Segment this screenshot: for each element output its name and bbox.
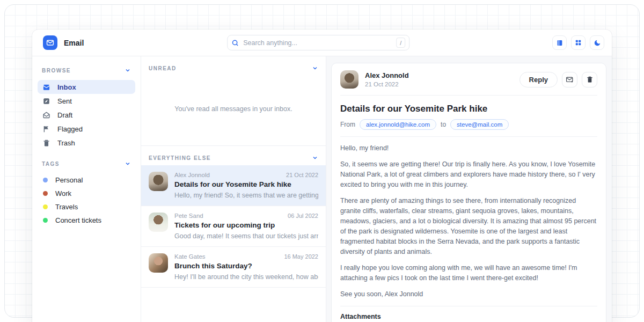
sidebar-item-label: Flagged: [57, 125, 83, 133]
to-email-pill[interactable]: steve@mail.com: [450, 119, 509, 130]
reader-sender-name: Alex Jonnold: [365, 71, 409, 79]
mail-list-item[interactable]: Pete Sand 06 Jul 2022 Tickets for our up…: [141, 206, 326, 247]
tags-section-header[interactable]: TAGS: [38, 158, 135, 169]
tag-item-personal[interactable]: Personal: [38, 173, 135, 187]
sidebar-item-label: Draft: [57, 111, 72, 119]
search-input[interactable]: Search anything... /: [227, 35, 409, 50]
tag-item-work[interactable]: Work: [38, 187, 135, 200]
forward-mail-button[interactable]: [562, 72, 577, 87]
tag-label: Personal: [55, 176, 83, 184]
mail-preview: Hello, my friend! So, it seems that we a…: [174, 192, 318, 199]
tag-item-concert-tickets[interactable]: Concert tickets: [38, 214, 135, 227]
mail-list-item[interactable]: Kate Gates 16 May 2022 Brunch this Satur…: [141, 247, 326, 288]
draft-icon: [42, 111, 50, 119]
divider: [340, 306, 597, 306]
attachments-label: Attachments: [340, 313, 597, 320]
message-list-column: UNREAD You've read all messages in your …: [141, 56, 326, 322]
divider: [340, 95, 597, 96]
tag-dot: [43, 178, 48, 182]
email-body: Hello, my friend! So, it seems we are ge…: [340, 143, 597, 299]
from-to-row: From alex.jonnold@hike.com to steve@mail…: [340, 119, 597, 130]
dark-mode-button[interactable]: [590, 35, 604, 50]
body-paragraph: So, it seems we are getting there! Our t…: [340, 159, 597, 190]
tag-label: Work: [55, 189, 71, 197]
tag-label: Concert tickets: [55, 216, 101, 224]
chevron-down-icon[interactable]: [312, 65, 318, 71]
inbox-icon: [42, 83, 50, 91]
email-app-window: Email Search anything... / BROWSE: [32, 30, 612, 322]
browse-label: BROWSE: [42, 68, 71, 74]
avatar: [149, 253, 168, 273]
reader-date: 21 Oct 2022: [365, 81, 409, 87]
mail-subject: Brunch this Saturday?: [174, 262, 318, 270]
mail-list-item[interactable]: Alex Jonnold 21 Oct 2022 Details for our…: [141, 165, 326, 206]
mail-sender: Pete Sand: [174, 213, 203, 219]
body-paragraph: I really hope you love coming along with…: [340, 263, 597, 283]
unread-label: UNREAD: [149, 65, 177, 71]
search-placeholder: Search anything...: [243, 39, 392, 47]
sidebar: BROWSE Inbox Sent Draft: [32, 56, 141, 322]
mail-date: 06 Jul 2022: [288, 213, 318, 219]
tag-dot: [43, 218, 48, 223]
chevron-down-icon[interactable]: [312, 155, 318, 161]
tags-label: TAGS: [42, 161, 60, 167]
sidebar-item-label: Inbox: [57, 83, 76, 91]
sidebar-item-label: Trash: [57, 139, 75, 147]
unread-section: UNREAD You've read all messages in your …: [141, 56, 326, 146]
reply-button[interactable]: Reply: [519, 72, 558, 87]
mail-subject: Tickets for our upcoming trip: [174, 221, 318, 229]
from-email-pill[interactable]: alex.jonnold@hike.com: [360, 119, 436, 130]
tag-label: Travels: [55, 203, 78, 211]
search-shortcut-badge: /: [396, 38, 405, 48]
delete-button[interactable]: [582, 72, 597, 87]
reading-pane-background: Alex Jonnold 21 Oct 2022 Reply De: [326, 56, 612, 322]
mail-preview: Good day, mate! It seems that our ticket…: [174, 232, 318, 240]
to-label: to: [441, 121, 446, 128]
from-label: From: [340, 121, 355, 128]
notebook-button[interactable]: [552, 35, 567, 50]
browse-section-header[interactable]: BROWSE: [38, 65, 135, 76]
browse-list: Inbox Sent Draft Flagged Trash: [38, 80, 135, 150]
trash-icon: [42, 139, 50, 147]
flag-icon: [42, 125, 50, 133]
sidebar-item-inbox[interactable]: Inbox: [38, 80, 135, 94]
app-title: Email: [64, 39, 84, 47]
apps-grid-button[interactable]: [571, 35, 586, 50]
sidebar-item-trash[interactable]: Trash: [38, 136, 135, 150]
mail-subject: Details for our Yosemite Park hike: [174, 180, 318, 188]
email-logo-icon: [43, 35, 57, 50]
search-icon: [231, 39, 239, 47]
tags-list: Personal Work Travels Concert tickets: [38, 173, 135, 227]
chevron-down-icon[interactable]: [125, 67, 131, 74]
header-buttons: [552, 35, 604, 50]
divider: [340, 136, 597, 137]
mail-sender: Kate Gates: [174, 253, 206, 260]
mail-preview: Hey! I'll be around the city this weeken…: [174, 273, 318, 281]
everything-else-section: EVERYTHING ELSE Alex Jonnold 21 Oct 2022…: [141, 146, 326, 288]
app-header: Email Search anything... /: [32, 30, 612, 56]
sidebar-item-draft[interactable]: Draft: [38, 108, 135, 122]
sidebar-item-sent[interactable]: Sent: [38, 94, 135, 108]
tag-dot: [43, 191, 48, 196]
body-paragraph: There are plenty of amazing things to se…: [340, 196, 597, 257]
mail-sender: Alex Jonnold: [174, 172, 210, 178]
everything-else-label: EVERYTHING ELSE: [149, 155, 211, 161]
avatar: [340, 70, 358, 89]
everything-else-header[interactable]: EVERYTHING ELSE: [141, 146, 326, 165]
tag-dot: [43, 204, 48, 209]
reading-pane-card: Alex Jonnold 21 Oct 2022 Reply De: [331, 63, 606, 322]
sidebar-item-flagged[interactable]: Flagged: [38, 122, 135, 136]
mail-date: 21 Oct 2022: [286, 172, 318, 178]
unread-section-header[interactable]: UNREAD: [141, 56, 326, 76]
chevron-down-icon[interactable]: [125, 160, 131, 167]
tag-item-travels[interactable]: Travels: [38, 200, 135, 214]
moon-icon: [594, 39, 601, 47]
avatar: [149, 213, 168, 232]
body-paragraph: Hello, my friend!: [340, 143, 597, 153]
mail-date: 16 May 2022: [284, 253, 318, 260]
notebook-icon: [556, 39, 564, 47]
reader-header: Alex Jonnold 21 Oct 2022 Reply: [340, 70, 597, 89]
trash-icon: [586, 76, 594, 83]
email-subject: Details for our Yosemite Park hike: [340, 104, 597, 114]
unread-empty-message: You've read all messages in your inbox.: [141, 76, 326, 145]
